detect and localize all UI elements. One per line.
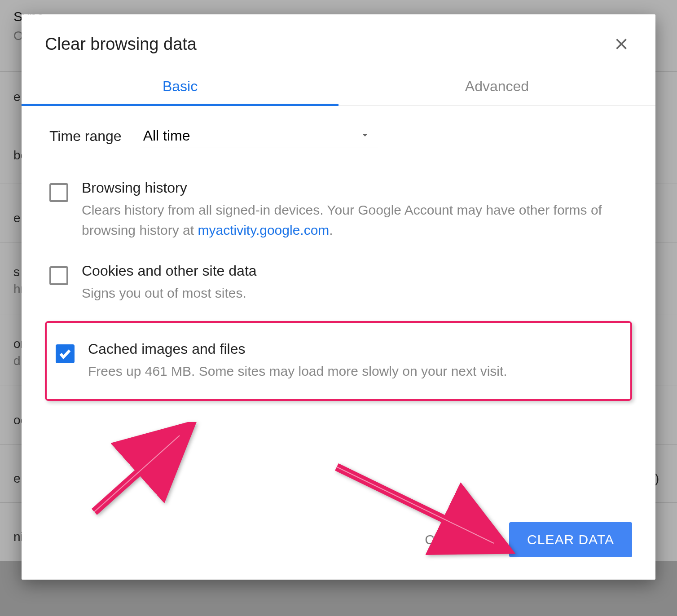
option-cache: Cached images and files Frees up 461 MB.… [51, 336, 626, 386]
option-title: Cookies and other site data [82, 263, 628, 279]
tab-advanced[interactable]: Advanced [338, 67, 655, 106]
clear-browsing-data-dialog: Clear browsing data Basic Advanced Time … [22, 14, 655, 580]
cancel-button-label: CANCEL [425, 532, 482, 547]
dialog-footer: CANCEL CLEAR DATA [22, 509, 655, 580]
dialog-title: Clear browsing data [45, 35, 197, 54]
option-desc: Frees up 461 MB. Some sites may load mor… [88, 361, 621, 381]
check-icon [58, 347, 72, 361]
cancel-button[interactable]: CANCEL [416, 524, 491, 555]
option-text: Cookies and other site data Signs you ou… [82, 263, 628, 303]
close-button[interactable] [611, 33, 632, 55]
option-title: Browsing history [82, 180, 628, 196]
option-browsing-history: Browsing history Clears history from all… [45, 175, 632, 245]
checkbox-cookies[interactable] [49, 266, 68, 285]
option-title: Cached images and files [88, 341, 621, 357]
clear-button-label: CLEAR DATA [527, 532, 614, 547]
time-range-value: All time [143, 128, 190, 144]
tab-basic[interactable]: Basic [22, 67, 338, 106]
time-range-label: Time range [49, 128, 122, 145]
option-desc: Signs you out of most sites. [82, 283, 628, 303]
dialog-header: Clear browsing data [22, 14, 655, 67]
option-cookies: Cookies and other site data Signs you ou… [45, 258, 632, 308]
clear-data-button[interactable]: CLEAR DATA [509, 522, 632, 557]
time-range-select[interactable]: All time [140, 124, 378, 148]
option-desc: Clears history from all signed-in device… [82, 200, 628, 240]
dialog-body: Time range All time Browsing history Cle… [22, 106, 655, 428]
option-text: Cached images and files Frees up 461 MB.… [88, 341, 621, 381]
annotation-highlight-box: Cached images and files Frees up 461 MB.… [45, 321, 632, 401]
tabs: Basic Advanced [22, 67, 655, 106]
close-icon [613, 36, 629, 52]
checkbox-cache[interactable] [56, 344, 75, 363]
tab-basic-label: Basic [163, 78, 198, 94]
checkbox-browsing-history[interactable] [49, 183, 68, 202]
option-text: Browsing history Clears history from all… [82, 180, 628, 240]
chevron-down-icon [360, 128, 370, 144]
myactivity-link[interactable]: myactivity.google.com [198, 223, 329, 238]
time-range-row: Time range All time [49, 124, 632, 148]
tab-advanced-label: Advanced [465, 78, 529, 94]
